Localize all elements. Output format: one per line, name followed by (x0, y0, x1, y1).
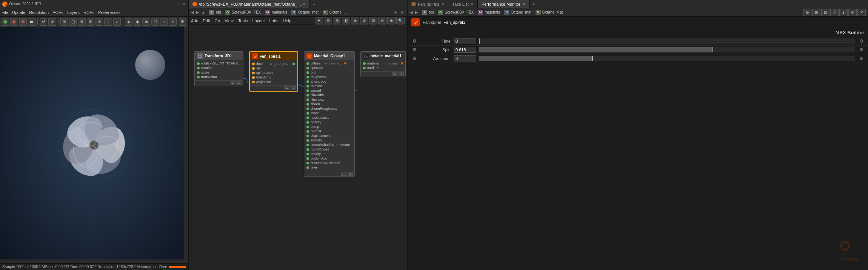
rbc-octane-mat[interactable]: Octane_mat (511, 10, 531, 14)
menu-labs[interactable]: Labs (269, 18, 279, 23)
param-gear-time2[interactable]: ⚙ (858, 38, 864, 44)
close-btn[interactable]: ✕ (183, 2, 186, 6)
menu-tools[interactable]: Tools (238, 18, 248, 23)
menu-rops[interactable]: ROPs (83, 10, 94, 15)
rbc-octane-mat2[interactable]: Octane_Mat (542, 10, 563, 14)
rt-btn3[interactable]: ⊡ (821, 9, 830, 16)
net-btn3[interactable]: ⊟ (333, 17, 341, 25)
right-nav-back[interactable]: ◀ (410, 10, 413, 14)
net-btn1[interactable]: ✱ (315, 17, 323, 25)
zoom-out[interactable]: ⊖ (401, 10, 404, 14)
record-btn[interactable] (28, 18, 35, 26)
extra1-btn[interactable]: ◈ (125, 18, 132, 26)
scroll-vertical[interactable] (184, 27, 188, 263)
right-tab-take-close[interactable]: ✕ (471, 2, 474, 6)
bc-materials[interactable]: materials (272, 10, 287, 14)
param-gear-arccount2[interactable]: ⚙ (858, 55, 864, 61)
menu-layout[interactable]: Layout (252, 18, 265, 23)
param-value-spin[interactable] (454, 47, 476, 53)
menu-layers[interactable]: Layers (67, 10, 80, 15)
node-fan-spiral1[interactable]: Fan_spiral1 time NT_TEX_FA... spin (249, 51, 298, 92)
extra5-btn[interactable]: ⌂ (160, 18, 168, 26)
node-material-glossy1[interactable]: Material_Glossy1 diffuse NT_MAT_G... spe… (304, 51, 355, 177)
rt-btn1[interactable]: ⚙ (803, 9, 811, 16)
menu-help[interactable]: Help (283, 18, 291, 23)
bc-octane-mat[interactable]: Octane_mat (298, 10, 318, 14)
menu-view[interactable]: View (225, 18, 234, 23)
net-btn8[interactable]: ⊜ (378, 17, 386, 25)
menu-add[interactable]: Add (191, 18, 199, 23)
settings-btn[interactable]: ⚙ (78, 18, 85, 26)
fit-btn[interactable]: ⊞ (60, 18, 68, 26)
param-slider-spin[interactable] (479, 47, 855, 52)
node-octane-material1[interactable]: octane_material1 material shader medium (360, 51, 406, 77)
rt-btn4[interactable]: ? (830, 9, 839, 16)
minimize-btn[interactable]: ─ (173, 2, 176, 6)
bc-octane-node[interactable]: Octane_... (329, 10, 347, 14)
middle-tab-active[interactable]: /obj/ScrewsFBX_FBX/materials/Octane_mat/… (189, 0, 310, 8)
menu-resolution[interactable]: Resolution (29, 10, 49, 15)
grid-btn[interactable]: ⊞ (87, 18, 94, 26)
right-new-tab-btn[interactable]: + (529, 0, 538, 8)
tab-close[interactable]: ✕ (303, 2, 306, 6)
extra3-btn[interactable]: ⊕ (142, 18, 150, 26)
extra4-btn[interactable]: ⊡ (151, 18, 159, 26)
right-tab-perf-monitor[interactable]: Performance Monitor ✕ (478, 0, 529, 8)
scroll-horizontal[interactable] (0, 259, 184, 263)
node-collapse-btn2[interactable]: ─ (284, 86, 289, 90)
light-btn[interactable]: ☀ (95, 18, 103, 26)
menu-edit[interactable]: Edit (203, 18, 210, 23)
param-gear-time[interactable]: ⚙ (411, 38, 417, 44)
view-btn[interactable]: ◫ (69, 18, 77, 26)
check-btn[interactable]: ✓ (113, 18, 121, 26)
extra2-btn[interactable]: ◉ (134, 18, 141, 26)
stop-btn[interactable] (19, 18, 27, 26)
net-btn6[interactable]: ⊘ (360, 17, 368, 25)
node-transform3d1[interactable]: Transform_3D1 rotationOr... NT_TRANS... … (194, 51, 243, 86)
right-tab-take-list[interactable]: Take List ✕ (448, 0, 477, 8)
node-expand-btn3[interactable]: ≡ (348, 172, 353, 176)
net-btn9[interactable]: ⊕ (387, 17, 396, 25)
param-gear-arccount[interactable]: ⚙ (411, 55, 417, 61)
node-collapse-btn[interactable]: ─ (230, 81, 235, 85)
net-btn5[interactable]: ⊕ (351, 17, 359, 25)
right-tab-fan-spiral[interactable]: Fan_spiral1 ✕ (408, 0, 448, 8)
param-value-time[interactable] (454, 38, 476, 44)
zoom-in[interactable]: ⊕ (394, 10, 397, 14)
maximize-btn[interactable]: □ (178, 2, 180, 6)
right-nav-fwd[interactable]: ▶ (415, 10, 418, 14)
nav-fwd[interactable]: ▶ (196, 10, 199, 14)
menu-go[interactable]: Go (215, 18, 220, 23)
menu-file[interactable]: File (2, 10, 8, 15)
node-expand-btn[interactable]: ≡ (236, 81, 242, 85)
menu-preferences[interactable]: Preferences (98, 10, 120, 15)
param-value-arccount[interactable] (454, 55, 476, 61)
param-gear-spin2[interactable]: ⚙ (858, 47, 864, 53)
rbc-screws[interactable]: ScrewsFBX_FBX (445, 10, 474, 14)
menu-aovs[interactable]: AOVs (52, 10, 63, 15)
param-slider-time[interactable] (479, 38, 855, 44)
rt-btn2[interactable]: ⊞ (812, 9, 820, 16)
viewport[interactable] (0, 27, 188, 263)
network-canvas[interactable]: Transform_3D1 rotationOr... NT_TRANS... … (189, 25, 407, 270)
bc-screws[interactable]: ScrewsFBX_FBX (232, 10, 261, 14)
rbc-obj[interactable]: obj (429, 10, 434, 14)
param-slider-arccount[interactable] (479, 56, 855, 61)
net-btn4[interactable]: ◧ (342, 17, 350, 25)
net-btn7[interactable]: ⊡ (369, 17, 377, 25)
rbc-materials[interactable]: materials (485, 10, 500, 14)
new-tab-btn[interactable]: + (310, 0, 318, 8)
node-collapse-btn3[interactable]: ─ (341, 172, 346, 176)
cam-btn[interactable]: ⊙ (104, 18, 112, 26)
update-btn[interactable]: ⟳ (48, 18, 56, 26)
reload-btn[interactable]: ↺ (40, 18, 47, 26)
nav-up[interactable]: ▲ (202, 10, 205, 14)
node-collapse-btn4[interactable]: ─ (392, 72, 397, 76)
rt-btn6[interactable]: ⊙ (848, 9, 857, 16)
right-tab-fan-close[interactable]: ✕ (441, 2, 444, 6)
pause-btn[interactable] (10, 18, 18, 26)
nav-back[interactable]: ◀ (191, 10, 194, 14)
rt-btn7[interactable]: ✕ (857, 9, 866, 16)
settings2-btn[interactable]: ⚙ (179, 18, 186, 26)
menu-update[interactable]: Update (12, 10, 25, 15)
